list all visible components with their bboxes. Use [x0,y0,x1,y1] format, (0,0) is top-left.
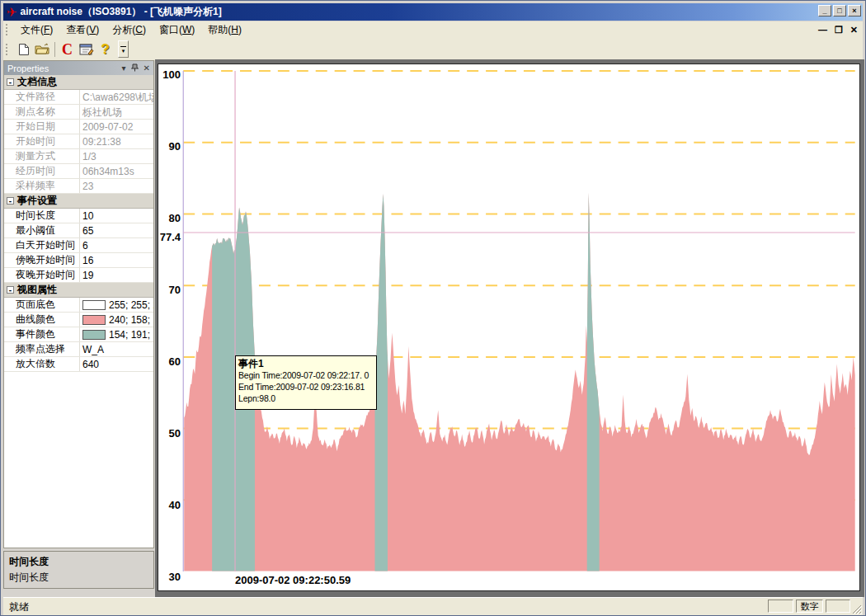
color-swatch[interactable] [82,300,106,310]
status-panel-1 [768,600,793,613]
maximize-button[interactable]: □ [833,5,846,16]
toolbar-overflow-button[interactable]: ▾ [118,40,129,58]
resize-grip[interactable] [851,604,862,614]
x-axis-time-label: 2009-07-02 09:22:50.59 [235,574,351,586]
menu-item-v[interactable]: 查看(V) [59,22,106,37]
status-panel-2 [826,600,850,613]
mdi-minimize-icon[interactable]: — [818,25,827,35]
menu-grip[interactable] [6,24,10,35]
event-tooltip: 事件1 Begin Time:2009-07-02 09:22:17. 0 En… [235,355,377,410]
property-label: 经历时间 [4,164,80,178]
toolbar: C ? ▾ [3,38,863,61]
status-panel-mode: 数字 [796,600,823,613]
section-header: -文档信息 [4,75,153,90]
event-band-3 [587,71,600,571]
chart-frame: 1009080706050403077.4 2009-07-02 09:22:5… [155,59,864,597]
title-bar[interactable]: ✈ aircraft noise（ISO3891） - [飞机噪声分析1] _ … [3,3,863,21]
property-label: 采样频率 [4,179,80,193]
y-tick-label: 50 [158,428,181,440]
airplane-icon: ✈ [7,6,17,18]
application-window: { "window": { "title": "aircraft noise（I… [0,0,866,616]
property-description-title: 时间长度 [9,555,148,569]
event-band-1 [212,71,255,571]
property-row: 时间长度10 [4,209,153,223]
properties-panel: Properties ▾ ✕ -文档信息文件路径C:\awa6298\机场测点名… [3,60,154,548]
c-weighting-button[interactable]: C [58,40,77,59]
property-label: 开始时间 [4,134,80,148]
property-row: 曲线颜色240; 158; 158 [4,313,153,327]
event-tooltip-title: 事件1 [238,358,374,369]
property-label: 文件路径 [4,90,80,104]
property-value[interactable]: 154; 191; 182 [80,327,153,341]
menu-item-f[interactable]: 文件(F) [14,22,59,37]
property-row: 频率点选择W_A [4,342,153,357]
property-value[interactable]: 10 [80,209,153,223]
chart-canvas[interactable]: 1009080706050403077.4 2009-07-02 09:22:5… [158,63,860,591]
property-label: 夜晚开始时间 [4,268,80,282]
section-title: 文档信息 [17,75,57,89]
color-swatch[interactable] [82,330,106,340]
event-begin-time: Begin Time:2009-07-02 09:22:17. 0 [238,369,374,381]
y-tick-label: 70 [158,284,181,296]
mdi-close-icon[interactable]: ✕ [850,25,858,35]
pin-icon[interactable] [131,63,139,73]
property-label: 测量方式 [4,149,80,163]
property-value[interactable]: 65 [80,223,153,237]
help-button[interactable]: ? [96,40,115,59]
chevron-down-icon[interactable]: ▾ [122,64,126,73]
property-row: 白天开始时间6 [4,238,153,253]
collapse-icon[interactable]: - [7,197,14,205]
property-row: 经历时间06h34m13s [4,164,153,179]
open-file-button[interactable] [33,40,52,59]
property-label: 白天开始时间 [4,238,80,252]
color-swatch[interactable] [82,315,106,325]
chevron-down-icon: ▾ [122,48,125,54]
c-weighting-icon: C [62,42,73,57]
help-icon: ? [101,42,109,56]
collapse-icon[interactable]: - [7,78,14,86]
property-value[interactable]: 09:21:38 [80,134,153,148]
property-label: 放大倍数 [4,357,80,371]
property-label: 测点名称 [4,105,80,119]
collapse-icon[interactable]: - [7,286,14,294]
property-value[interactable]: 06h34m13s [80,164,153,178]
property-value[interactable]: 19 [80,268,153,282]
menu-item-w[interactable]: 窗口(W) [153,22,201,37]
close-button[interactable]: × [848,5,861,16]
property-value[interactable]: 16 [80,253,153,267]
event-end-time: End Time:2009-07-02 09:23:16.81 [238,381,374,393]
property-row: 测点名称栎社机场 [4,105,153,120]
property-value[interactable]: 栎社机场 [80,105,153,119]
property-row: 开始时间09:21:38 [4,134,153,149]
property-label: 频率点选择 [4,342,80,356]
menu-item-h[interactable]: 帮助(H) [201,22,248,37]
property-row: 傍晚开始时间16 [4,253,153,268]
property-label: 曲线颜色 [4,313,80,327]
properties-panel-title: Properties [7,63,49,73]
mdi-restore-icon[interactable]: ❐ [835,25,843,35]
toolbar-grip[interactable] [6,44,10,55]
menu-bar: 文件(F)查看(V)分析(C)窗口(W)帮助(H) — ❐ ✕ [3,21,863,38]
property-value[interactable]: C:\awa6298\机场 [80,90,153,104]
properties-button[interactable] [77,40,96,59]
section-title: 事件设置 [17,194,57,208]
property-value[interactable]: 255; 255; 255 [80,298,153,312]
property-value[interactable]: 6 [80,238,153,252]
property-value[interactable]: W_A [80,342,153,356]
property-value[interactable]: 640 [80,357,153,371]
new-document-button[interactable] [14,40,33,59]
y-tick-label: 80 [158,213,181,224]
minimize-button[interactable]: _ [818,5,831,16]
close-icon[interactable]: ✕ [144,64,150,73]
toolbar-separator [54,42,55,57]
menu-item-c[interactable]: 分析(C) [106,22,153,37]
new-document-icon [18,43,30,56]
properties-panel-header[interactable]: Properties ▾ ✕ [4,61,153,75]
property-value[interactable]: 1/3 [80,149,153,163]
property-value[interactable]: 2009-07-02 [80,120,153,134]
property-value[interactable]: 240; 158; 158 [80,313,153,327]
property-row: 夜晚开始时间19 [4,268,153,283]
y-tick-label: 60 [158,356,181,368]
noise-level-chart[interactable] [158,64,859,590]
property-value[interactable]: 23 [80,179,153,193]
